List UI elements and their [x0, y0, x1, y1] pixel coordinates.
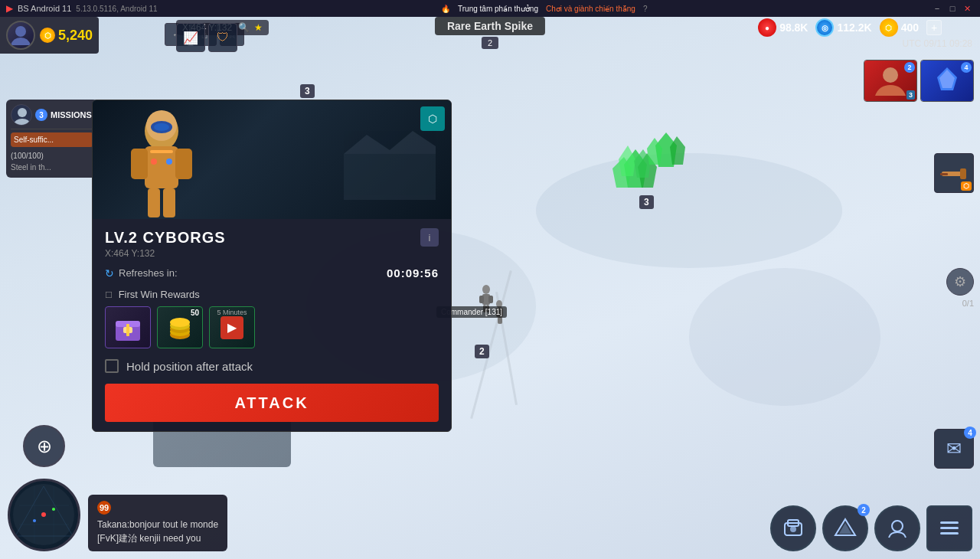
hold-position-row: Hold position after attack — [105, 359, 439, 373]
missions-panel: 3 MISSIONS Self-suffic... (100/100) Stee… — [6, 100, 98, 178]
minimize-btn[interactable]: − — [931, 3, 943, 14]
center-hud: Rare Earth Spike 2 — [435, 17, 545, 49]
svg-rect-28 — [163, 188, 175, 217]
compass-btn[interactable]: ⊕ — [23, 425, 65, 467]
svg-rect-10 — [479, 296, 484, 303]
card1-badge: 2 — [904, 62, 915, 73]
promo-text: Trung tâm phần thưởng — [458, 5, 538, 13]
action-btn-3[interactable] — [874, 505, 920, 551]
oil-amount: 112.2K — [837, 21, 871, 34]
settings-btn[interactable]: ⚙ — [946, 268, 974, 296]
info-icon: i — [429, 232, 431, 244]
bottom-right: 2 — [770, 505, 972, 551]
player-avatar[interactable] — [6, 21, 35, 50]
svg-rect-48 — [940, 173, 948, 175]
svg-rect-65 — [940, 527, 959, 529]
svg-rect-17 — [499, 317, 502, 324]
close-btn[interactable]: ✕ — [962, 3, 974, 14]
attack-button[interactable]: ATTACK — [105, 384, 439, 422]
window-controls: − □ ✕ — [931, 3, 974, 14]
resources-bar: ● 98.8K ◎ 112.2K ⬡ 400 + — [758, 18, 942, 37]
os-bar-center: 🔥 Trung tâm phần thưởng Chơi và giành ch… — [441, 5, 647, 13]
svg-marker-21 — [939, 70, 955, 88]
dialog-coords: X:464 Y:132 — [105, 248, 439, 259]
action-btn-1[interactable] — [770, 505, 816, 551]
gold-icon: ⬡ — [40, 28, 55, 43]
maximize-btn[interactable]: □ — [946, 3, 959, 14]
gold-resource: ⬡ 400 — [880, 18, 919, 37]
terrain-patch — [536, 153, 842, 268]
reward-2-count: 50 — [191, 309, 199, 317]
reward-item-3: 5 Minutes ▶ — [209, 306, 255, 348]
mail-btn: ✉ 4 — [934, 429, 974, 469]
app-version: 5.13.0.5116, Android 11 — [76, 5, 157, 13]
crystal-cluster-mid[interactable] — [643, 130, 689, 175]
svg-marker-36 — [344, 131, 436, 154]
star-icon[interactable]: ★ — [254, 22, 263, 33]
reward-box-3: 5 Minutes ▶ — [209, 306, 255, 348]
reward-3-label: 5 Minutes — [210, 309, 254, 316]
refreshes-label: Refreshes in: — [119, 267, 178, 279]
svg-rect-40 — [126, 324, 129, 336]
blood-amount: 98.8K — [779, 21, 808, 34]
mission-item-1[interactable]: Self-suffic... — [11, 132, 93, 147]
hold-position-label: Hold position after attack — [126, 360, 253, 373]
svg-point-22 — [18, 108, 27, 117]
stats-btn[interactable]: 📈 — [176, 23, 205, 52]
chat-badge: 99 — [97, 501, 111, 515]
dialog-title-row: LV.2 CYBORGS i — [105, 228, 439, 247]
mission-item-2: Steel in th... — [11, 162, 93, 173]
chat-line-2: [FvK]建治 kenjii need you — [97, 531, 218, 545]
shield-btn[interactable]: 🛡 — [208, 23, 237, 52]
refresh-row: ↻ Refreshes in: 00:09:56 — [105, 266, 439, 280]
reward-item-2: 50 — [157, 306, 203, 348]
add-resources-btn[interactable]: + — [926, 20, 942, 35]
svg-point-31 — [154, 123, 169, 131]
menu-btn[interactable] — [926, 505, 972, 551]
os-bar-left: ▶ BS Android 11 5.13.0.5116, Android 11 — [6, 3, 158, 14]
card1-level: 3 — [906, 90, 915, 100]
mail-icon[interactable]: ✉ 4 — [934, 429, 974, 469]
blood-icon: ● — [758, 18, 776, 37]
missions-badge: 3 — [35, 109, 47, 121]
reward-item-1 — [105, 306, 151, 348]
info-btn[interactable]: i — [420, 228, 439, 247]
dialog-body: LV.2 CYBORGS i X:464 Y:132 ↻ Refreshes i… — [93, 219, 451, 431]
reward-box-1 — [105, 306, 151, 348]
top-quick-btns: 📈 🛡 — [176, 23, 237, 52]
search-icon[interactable]: 🔍 — [238, 22, 250, 33]
gold-coins-icon: ⬡ — [880, 18, 898, 37]
svg-rect-27 — [148, 188, 160, 217]
svg-marker-62 — [839, 523, 851, 534]
hold-position-checkbox[interactable] — [105, 359, 119, 373]
promo-link[interactable]: Chơi và giành chiến thắng — [546, 5, 635, 13]
map-badge-mid: 3 — [639, 195, 654, 209]
svg-point-33 — [151, 159, 157, 165]
svg-rect-64 — [940, 521, 959, 524]
blood-resource: ● 98.8K — [758, 18, 808, 37]
action-btn-2[interactable]: 2 — [822, 505, 868, 551]
player-card-2[interactable]: 4 — [920, 60, 974, 102]
play-icon: ▶ — [220, 316, 243, 339]
svg-rect-32 — [150, 150, 173, 153]
chat-bubble: 99 Takana:bonjour tout le monde [FvK]建治 … — [88, 495, 227, 551]
card2-badge: 4 — [961, 62, 972, 73]
map-badge-top: 3 — [300, 84, 315, 98]
terrain-patch — [689, 268, 880, 406]
svg-rect-26 — [175, 149, 192, 179]
player-card-1[interactable]: 2 3 — [864, 60, 917, 102]
rewards-row: 50 5 Minutes ▶ — [105, 306, 439, 348]
missions-header: 3 MISSIONS — [11, 104, 93, 129]
mail-badge: 4 — [964, 427, 976, 439]
settings-counter: 0/1 — [962, 299, 974, 308]
mini-map[interactable] — [8, 479, 80, 551]
missions-title: MISSIONS — [51, 110, 92, 119]
dialog-title: LV.2 CYBORGS — [105, 229, 226, 247]
rare-earth-title: Rare Earth Spike — [435, 17, 545, 35]
right-item-weapon[interactable]: ⬡ — [934, 153, 974, 193]
svg-rect-25 — [131, 149, 148, 179]
mission-progress: (100/100) — [11, 150, 93, 162]
svg-point-51 — [41, 512, 46, 517]
main-dialog: ⬡ LV.2 CYBORGS i X:464 Y:132 ↻ Refreshes… — [92, 100, 452, 432]
help-icon[interactable]: ? — [643, 5, 648, 13]
